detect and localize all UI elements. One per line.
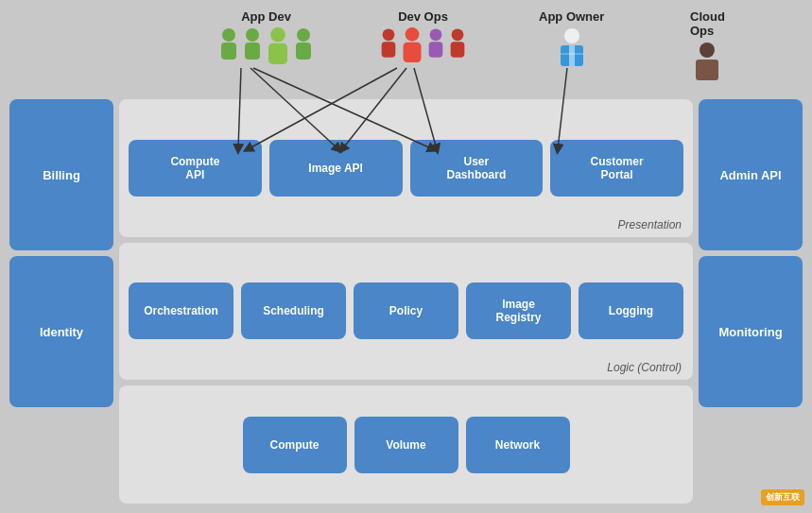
policy-box: Policy — [354, 282, 458, 339]
svg-rect-10 — [245, 43, 260, 60]
resource-panel: Compute Volume Network — [119, 385, 693, 504]
app-owner-label: App Owner — [539, 9, 604, 24]
person-icon — [292, 27, 315, 61]
person-icon — [557, 27, 587, 69]
svg-rect-8 — [221, 43, 236, 60]
dev-ops-label: Dev Ops — [398, 9, 448, 24]
compute-api-box: Compute API — [129, 140, 262, 197]
cloud-ops-icons — [692, 42, 722, 83]
logging-box: Logging — [579, 282, 683, 339]
presentation-boxes: Compute API Image API User Dashboard Cus… — [129, 109, 683, 228]
svg-rect-14 — [296, 43, 311, 60]
app-owner-icons — [557, 27, 587, 69]
customer-portal-box: Customer Portal — [550, 140, 683, 197]
person-icon — [378, 27, 399, 60]
svg-rect-25 — [569, 45, 575, 66]
svg-point-13 — [297, 28, 310, 42]
user-dashboard-box: User Dashboard — [410, 140, 544, 197]
image-api-box: Image API — [269, 140, 403, 197]
svg-point-23 — [564, 28, 579, 43]
center-column: Compute API Image API User Dashboard Cus… — [119, 99, 693, 504]
persona-row: App Dev Dev Ops App Owner — [132, 9, 680, 99]
svg-point-19 — [430, 28, 442, 41]
svg-rect-16 — [382, 42, 396, 57]
main-container: App Dev Dev Ops App Owner — [0, 0, 812, 513]
network-box: Network — [466, 417, 570, 473]
presentation-panel: Compute API Image API User Dashboard Cus… — [119, 99, 693, 237]
svg-point-9 — [246, 28, 259, 42]
app-dev-icons — [217, 27, 315, 65]
svg-rect-20 — [429, 42, 443, 57]
person-icon — [447, 27, 468, 60]
compute-box: Compute — [243, 417, 347, 473]
svg-rect-28 — [696, 60, 718, 80]
svg-point-27 — [700, 43, 715, 58]
person-icon — [241, 27, 264, 61]
orchestration-box: Orchestration — [129, 282, 233, 339]
left-column: Billing Identity — [9, 99, 113, 504]
persona-cloud-ops: Cloud Ops — [690, 9, 725, 83]
image-registry-box: Image Registry — [466, 282, 571, 339]
svg-point-17 — [406, 27, 420, 42]
person-icon — [265, 27, 291, 65]
layout-grid: Billing Identity Compute API Image API U… — [9, 99, 803, 504]
persona-dev-ops: Dev Ops — [378, 9, 468, 63]
svg-rect-22 — [451, 42, 465, 57]
person-icon — [425, 27, 446, 60]
svg-point-7 — [222, 28, 235, 42]
svg-rect-12 — [268, 43, 287, 64]
person-icon — [217, 27, 240, 61]
person-icon — [400, 27, 424, 63]
identity-box: Identity — [9, 256, 113, 407]
svg-point-15 — [383, 28, 395, 41]
logic-label: Logic (Control) — [607, 361, 682, 374]
persona-app-owner: App Owner — [539, 9, 604, 69]
svg-rect-18 — [404, 43, 422, 62]
svg-point-11 — [270, 27, 285, 43]
logic-boxes: Orchestration Scheduling Policy Image Re… — [129, 252, 683, 371]
scheduling-box: Scheduling — [241, 282, 346, 339]
logic-panel: Orchestration Scheduling Policy Image Re… — [119, 243, 693, 381]
admin-api-box: Admin API — [699, 99, 803, 250]
watermark: 创新互联 — [761, 489, 804, 505]
persona-app-dev: App Dev — [217, 9, 315, 65]
cloud-ops-label: Cloud Ops — [690, 9, 725, 38]
monitoring-box: Monitoring — [699, 256, 803, 407]
billing-box: Billing — [9, 99, 113, 250]
right-column: Admin API Monitoring — [699, 99, 803, 504]
volume-box: Volume — [354, 417, 458, 473]
resource-boxes: Compute Volume Network — [129, 395, 683, 494]
presentation-label: Presentation — [618, 218, 682, 231]
svg-point-21 — [452, 28, 464, 41]
app-dev-label: App Dev — [241, 9, 291, 24]
dev-ops-icons — [378, 27, 468, 63]
person-icon — [692, 42, 722, 83]
